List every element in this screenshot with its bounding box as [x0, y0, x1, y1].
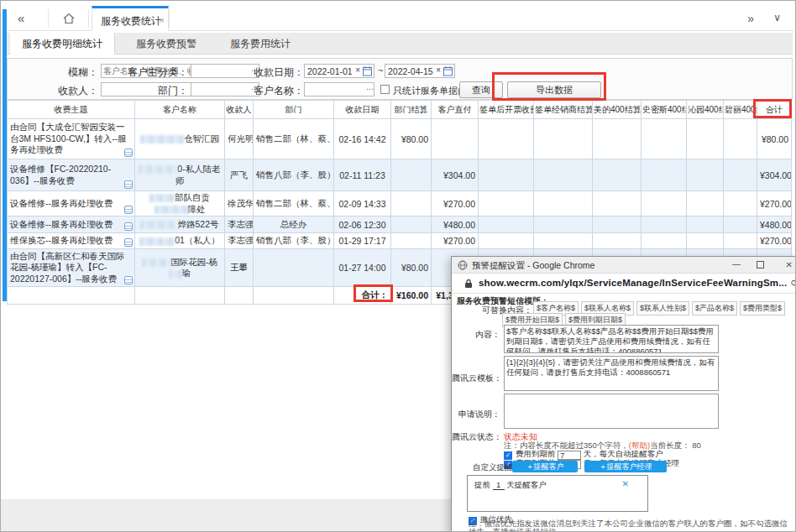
reload-icon[interactable]: ⟳	[791, 278, 796, 289]
item-suffix: 天提醒客户	[506, 480, 547, 489]
redacted-block	[149, 194, 175, 202]
redacted-block	[140, 135, 184, 143]
tencent-template-textarea[interactable]: {1}{2}{3}{4}{5}，请密切关注产品使用和费用续费情况，如有任何疑问，…	[504, 356, 719, 391]
cell	[479, 119, 534, 159]
popup-title-bar[interactable]: 预警提醒设置 - Google Chrome — ✕	[452, 257, 796, 274]
cell-direct	[432, 119, 479, 159]
col-midea-400[interactable]: 美的400结算	[593, 101, 642, 119]
col-bili-400[interactable]: 碧丽400结算	[724, 101, 757, 119]
customer-link[interactable]: 烨路522号	[177, 219, 218, 229]
dept-input[interactable]	[193, 83, 249, 96]
note-icon[interactable]	[124, 149, 133, 157]
date-from-input[interactable]: 2022-01-01 ×	[304, 64, 374, 78]
overflow-tabs-icon[interactable]: »	[747, 12, 754, 25]
note-icon[interactable]	[124, 206, 133, 214]
add-remind-manager-button[interactable]: ＋提醒客户经理	[584, 461, 667, 472]
cell-date: 01-29 17:17	[334, 233, 391, 249]
note-icon[interactable]	[124, 276, 133, 284]
col-direct-pay[interactable]: 客户直付	[432, 101, 479, 119]
cell	[724, 119, 757, 159]
item-days-input[interactable]: 1	[493, 480, 505, 490]
subject-link[interactable]: 由合同【高新区仁和春天国际花园-杨瑾瑜】转入【FC-20220127-006】-…	[10, 251, 125, 284]
cell-dept-settle	[391, 233, 432, 249]
col-total[interactable]: 合计	[757, 101, 792, 119]
content-textarea[interactable]: $客户名称$$联系人名称$$产品名称$$费用开始日期$$费用到期日期$，请密切关…	[504, 325, 719, 353]
subject-link[interactable]: 设备维修【FC-20220210-036】--服务收费	[10, 164, 111, 185]
tag-contact-gender: $联系人性别$	[636, 301, 689, 316]
custom-remind-item: 提前 1 天提醒客户	[474, 480, 547, 491]
customer-category-input[interactable]	[193, 65, 249, 77]
close-icon[interactable]: ✕	[786, 260, 793, 269]
tab-close-icon[interactable]: ×	[160, 15, 165, 25]
col-smith-400[interactable]: 史密斯400结算	[642, 101, 687, 119]
subject-link[interactable]: 维保换芯--服务再处理收费	[10, 235, 113, 245]
remove-item-icon[interactable]: ✕	[622, 479, 629, 488]
alert-settings-popup: 预警提醒设置 - Google Chrome — ✕ show.wecrm.co…	[451, 256, 796, 532]
cell-dept: 销售八部（李、股）	[254, 233, 334, 249]
customer-link[interactable]: 国际花园-杨	[170, 257, 217, 267]
note-icon[interactable]	[124, 180, 133, 189]
cell	[225, 287, 254, 305]
tab-fee-summary[interactable]: 服务费用统计	[218, 33, 302, 55]
customer-link[interactable]: 仓智汇园	[184, 133, 219, 143]
customer-link[interactable]: 瑜	[182, 268, 191, 278]
query-button[interactable]: 查询	[459, 81, 503, 98]
filter-panel: 模糊： 客户主分类： ⋯ 收款日期： 2022-01-01 × ~ 2022-0…	[7, 58, 793, 100]
cell-direct: ¥480.00	[432, 216, 479, 233]
cell-total: ¥270.00	[757, 191, 792, 216]
divider	[169, 9, 170, 28]
col-invoice-fee[interactable]: 签单后开票收费	[479, 101, 534, 119]
popup-url[interactable]: show.wecrm.com/ylqx/ServiceManage/InServ…	[479, 278, 787, 288]
customer-link[interactable]: 0-私人陆老师	[175, 164, 221, 185]
customer-link[interactable]: 部队自贡	[175, 192, 210, 202]
note-icon[interactable]	[124, 222, 133, 231]
tab-fee-detail-stats[interactable]: 服务收费明细统计	[10, 33, 115, 55]
total-dept-settle: ¥160.00	[391, 287, 432, 305]
subject-link[interactable]: 设备维修--服务再处理收费	[10, 198, 113, 208]
customer-category-label: 客户主分类：	[125, 65, 188, 80]
customer-link[interactable]: 01（私人）	[175, 235, 220, 245]
col-dept-settle[interactable]: 部门结算	[391, 101, 432, 119]
content-label: 内容：	[465, 329, 500, 341]
total-label: 合计：	[334, 287, 391, 305]
cell	[254, 287, 334, 305]
cell	[724, 233, 757, 249]
dept-input-wrap: ⋯	[191, 82, 259, 96]
only-service-checkbox[interactable]	[380, 85, 390, 94]
date-clear-icon[interactable]: ×	[436, 65, 441, 75]
lookup-ellipsis-icon[interactable]: ⋯	[366, 85, 373, 93]
collapse-menu-icon[interactable]: «	[18, 11, 24, 25]
popup-url-bar[interactable]: show.wecrm.com/ylqx/ServiceManage/InServ…	[452, 274, 796, 294]
maximize-icon[interactable]	[757, 261, 764, 269]
lock-icon	[464, 279, 473, 289]
minimize-icon[interactable]: —	[732, 259, 741, 269]
customer-name-input[interactable]	[306, 83, 364, 96]
export-data-button[interactable]: 导出数据	[507, 81, 601, 98]
cell-customer: 0-私人陆老师	[135, 159, 225, 191]
cell	[687, 159, 724, 191]
tab-service-fee-stats[interactable]: 服务收费统计 ×	[92, 6, 169, 31]
cell-payee: 王攀	[225, 249, 254, 287]
date-to-input[interactable]: 2022-04-15 ×	[385, 64, 455, 78]
col-payee[interactable]: 收款人	[225, 101, 254, 119]
col-customer[interactable]: 客户名称	[135, 101, 225, 119]
tab-fee-warning[interactable]: 服务收费预警	[124, 33, 208, 55]
home-icon[interactable]	[61, 11, 76, 26]
col-subject[interactable]: 收费主题	[8, 101, 135, 119]
subject-link[interactable]: 由合同【大成仓汇智园安装一台3M HFS100-CW,】转入--服务再处理收费	[10, 122, 127, 154]
app-screen: « 服务收费统计 × » ∨ 服务收费明细统计 服务收费预警 服务费用统计 模糊…	[0, 0, 796, 532]
note-icon[interactable]	[124, 238, 133, 247]
cell-total: ¥304.00	[757, 159, 792, 191]
collapse-panel-icon[interactable]: ∨	[773, 12, 781, 23]
customer-link[interactable]: 障处	[188, 204, 206, 214]
date-clear-icon[interactable]: ×	[355, 65, 360, 75]
col-dealer-settle[interactable]: 签单经销商结算	[534, 101, 593, 119]
add-remind-customer-button[interactable]: ＋提醒客户	[512, 461, 578, 472]
col-date[interactable]: 收款日期	[334, 101, 391, 119]
subject-link[interactable]: 设备维修--服务再处理收费	[10, 219, 113, 229]
col-qinyuan-400[interactable]: 沁园400结算	[687, 101, 724, 119]
remind1-suffix: 天，每天自动提醒客户	[584, 449, 663, 458]
col-dept[interactable]: 部门	[254, 101, 334, 119]
cell-dept: 销售二部（林、蔡、马）	[254, 119, 334, 159]
apply-note-textarea[interactable]	[504, 394, 719, 429]
